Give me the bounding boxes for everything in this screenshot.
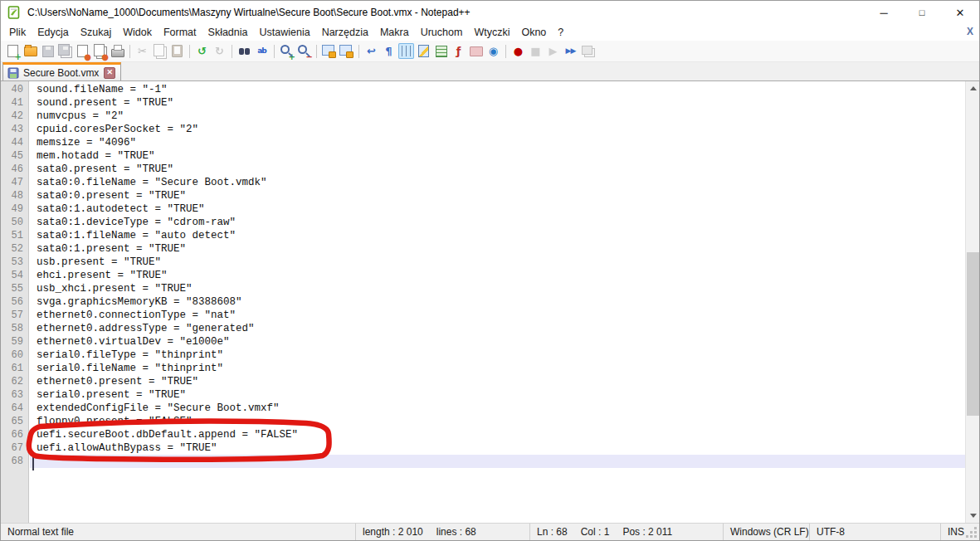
open-folder-icon[interactable] (22, 43, 38, 59)
code-line-65[interactable]: 65floppy0.present = "FALSE" (1, 415, 965, 428)
status-eol-format[interactable]: Windows (CR LF) (723, 524, 809, 540)
monitoring-icon[interactable]: ◉ (485, 43, 501, 59)
code-line-41[interactable]: 41sound.present = "TRUE" (1, 96, 965, 110)
code-line-52[interactable]: 52sata0:1.present = "TRUE" (1, 242, 965, 256)
code-line-47[interactable]: 47sata0:0.fileName = "Secure Boot.vmdk" (1, 176, 965, 189)
code-line-57[interactable]: 57ethernet0.connectionType = "nat" (1, 309, 965, 322)
redo-icon[interactable]: ↻ (212, 43, 227, 59)
line-text: ethernet0.addressType = "generated" (37, 322, 965, 335)
code-line-51[interactable]: 51sata0:1.fileName = "auto detect" (1, 229, 965, 242)
menu-skladnia[interactable]: Składnia (202, 25, 254, 40)
scrollbar-thumb[interactable] (967, 252, 979, 416)
menu-szukaj[interactable]: Szukaj (75, 25, 118, 40)
scroll-down-arrow-icon[interactable] (966, 509, 979, 523)
close-all-files-icon[interactable]: ● (92, 43, 108, 59)
status-encoding[interactable]: UTF-8 (809, 524, 940, 540)
maximize-button[interactable]: □ (903, 1, 941, 24)
code-line-42[interactable]: 42numvcpus = "2" (1, 110, 965, 123)
line-text: mem.hotadd = "TRUE" (37, 149, 965, 163)
replace-icon[interactable]: ab (254, 43, 270, 59)
undo-icon[interactable]: ↺ (194, 43, 210, 59)
macro-play-icon[interactable]: ▶ (545, 43, 561, 59)
line-text: serial0.fileType = "thinprint" (37, 348, 965, 362)
macro-run-multiple-icon[interactable]: ▶▶ (563, 43, 578, 59)
line-number: 48 (1, 189, 30, 202)
document-map-icon[interactable] (416, 43, 431, 59)
code-line-68[interactable]: 68 (1, 455, 965, 468)
code-line-63[interactable]: 63serial0.present = "TRUE" (1, 388, 965, 402)
code-line-50[interactable]: 50sata0:1.deviceType = "cdrom-raw" (1, 216, 965, 229)
code-line-48[interactable]: 48sata0:0.present = "TRUE" (1, 189, 965, 202)
find-icon[interactable] (236, 43, 252, 59)
code-line-60[interactable]: 60serial0.fileType = "thinprint" (1, 348, 965, 362)
menu-okno[interactable]: Okno (515, 25, 552, 40)
sync-horizontal-scroll-icon[interactable] (339, 43, 354, 59)
tab-secure-boot-vmx[interactable]: Secure Boot.vmx ✕ (2, 62, 121, 80)
code-line-61[interactable]: 61serial0.fileName = "thinprint" (1, 362, 965, 375)
print-icon[interactable] (110, 43, 125, 59)
code-line-58[interactable]: 58ethernet0.addressType = "generated" (1, 322, 965, 335)
document-list-icon[interactable] (433, 43, 449, 59)
code-line-62[interactable]: 62ethernet0.present = "TRUE" (1, 375, 965, 388)
editor-area[interactable]: 40sound.fileName = "-1"41sound.present =… (1, 81, 979, 523)
scroll-up-arrow-icon[interactable] (966, 81, 979, 95)
close-button[interactable]: ✕ (941, 1, 979, 24)
code-line-64[interactable]: 64extendedConfigFile = "Secure Boot.vmxf… (1, 402, 965, 415)
line-number: 41 (1, 96, 30, 110)
close-file-icon[interactable]: ● (75, 43, 90, 59)
menu-edycja[interactable]: Edycja (32, 25, 75, 40)
fold-margin (30, 83, 37, 96)
code-line-44[interactable]: 44memsize = "4096" (1, 136, 965, 149)
folder-as-workspace-icon[interactable] (468, 43, 484, 59)
copy-icon[interactable] (152, 43, 168, 59)
macro-save-icon[interactable] (580, 43, 596, 59)
show-indent-guide-icon[interactable] (398, 43, 414, 59)
paste-icon[interactable] (169, 43, 185, 59)
menu-makra[interactable]: Makra (374, 25, 415, 40)
code-line-45[interactable]: 45mem.hotadd = "TRUE" (1, 149, 965, 163)
code-line-40[interactable]: 40sound.fileName = "-1" (1, 83, 965, 96)
menu-narzedzia[interactable]: Narzędzia (316, 25, 374, 40)
code-line-67[interactable]: 67uefi.allowAuthBypass = "TRUE" (1, 441, 965, 455)
menu-ustawienia[interactable]: Ustawienia (254, 25, 316, 40)
line-number: 65 (1, 415, 30, 428)
fold-margin (30, 295, 37, 309)
save-all-icon[interactable] (57, 43, 73, 59)
status-insert-mode[interactable]: INS (940, 524, 979, 540)
function-list-icon[interactable]: ƒ (451, 43, 466, 59)
tab-close-icon[interactable]: ✕ (104, 67, 115, 79)
toolbar: +●●✂↺↻ab+−↩¶ƒ◉●■▶▶▶ (1, 41, 979, 62)
cut-icon[interactable]: ✂ (134, 43, 150, 59)
code-line-54[interactable]: 54ehci.present = "TRUE" (1, 269, 965, 282)
sync-vertical-scroll-icon[interactable] (321, 43, 337, 59)
code-line-59[interactable]: 59ethernet0.virtualDev = "e1000e" (1, 335, 965, 348)
save-icon[interactable] (40, 43, 56, 59)
title-bar[interactable]: C:\Users\NoName_1000\Documents\Maszyny W… (1, 1, 979, 24)
zoom-in-icon[interactable]: + (279, 43, 295, 59)
menu-uruchom[interactable]: Uruchom (415, 25, 469, 40)
code-line-53[interactable]: 53usb.present = "TRUE" (1, 256, 965, 269)
menu-help[interactable]: ? (552, 25, 569, 40)
menu-format[interactable]: Format (158, 25, 202, 40)
code-line-43[interactable]: 43cpuid.coresPerSocket = "2" (1, 123, 965, 136)
resize-grip[interactable] (974, 535, 977, 538)
line-text: usb_xhci.present = "TRUE" (37, 282, 965, 295)
toolbar-separator (274, 45, 275, 58)
macro-stop-icon[interactable]: ■ (528, 43, 544, 59)
zoom-out-icon[interactable]: − (296, 43, 312, 59)
code-line-56[interactable]: 56svga.graphicsMemoryKB = "8388608" (1, 295, 965, 309)
macro-record-icon[interactable]: ● (510, 43, 526, 59)
menu-plik[interactable]: Plik (3, 25, 32, 40)
code-line-49[interactable]: 49sata0:1.autodetect = "TRUE" (1, 202, 965, 216)
menu-wtyczki[interactable]: Wtyczki (468, 25, 515, 40)
minimize-button[interactable]: ─ (865, 1, 903, 24)
vertical-scrollbar[interactable] (965, 81, 979, 523)
word-wrap-icon[interactable]: ↩ (363, 43, 379, 59)
code-line-55[interactable]: 55usb_xhci.present = "TRUE" (1, 282, 965, 295)
close-document-x-icon[interactable]: X (967, 26, 973, 37)
code-line-46[interactable]: 46sata0.present = "TRUE" (1, 163, 965, 176)
code-line-66[interactable]: 66uefi.secureBoot.dbDefault.append = "FA… (1, 428, 965, 441)
new-file-icon[interactable]: + (5, 43, 21, 59)
show-all-characters-icon[interactable]: ¶ (381, 43, 397, 59)
menu-widok[interactable]: Widok (117, 25, 158, 40)
